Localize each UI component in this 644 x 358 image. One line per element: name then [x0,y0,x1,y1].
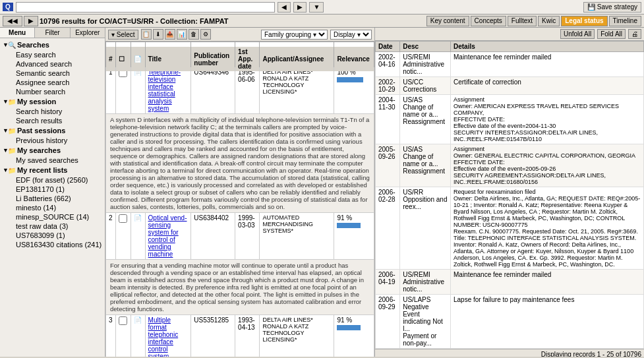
patent-link-2[interactable]: Optical vend-sensing system for control … [148,214,187,258]
select-button[interactable]: ▾ Select [108,30,138,40]
recent-lists-icon: 📁 [8,167,16,174]
legal-desc-1: US/CCCorrections [400,77,451,95]
legal-desc-4: US/RROpposition and reex... [400,187,451,270]
tri-past-sessions: ▼ [3,127,8,134]
advanced-search-item[interactable]: Advanced search [5,59,105,69]
recent-us8163430-item[interactable]: US8163430 citations (241) [5,240,105,249]
legal-desc-3: US/ASChange of name or a...Reassignment [400,144,451,187]
legal-desc-2: US/ASChange of name or a...Reassignment [400,95,451,144]
cell-check[interactable] [116,315,131,357]
tri-searches: ▼ [3,42,8,48]
section-past-sessions-label: Past sessions [17,127,65,134]
dropdown-button[interactable]: ▼ [309,2,324,13]
legal-details-5: Maintenance fee reminder mailed [450,270,643,295]
section-searches[interactable]: ▼ 🔍 Searches [0,40,105,50]
cell-title: Telephone-television interface statistic… [145,67,191,114]
my-saved-searches-item[interactable]: My saved searches [5,156,105,165]
col-check: ☐ [116,46,131,71]
legal-row: 2002-10-29 US/CCCorrections Certificate … [376,77,644,95]
table-row: 3 📄 Multiple format telephonic interface… [106,315,374,357]
section-my-searches[interactable]: ▼ 📁 My searches [0,145,105,156]
nav-left-button[interactable]: ◀◀ [3,16,22,26]
cell-applicant-3: DELTA AIR LINES* RONALD A KATZ TECHNOLOG… [260,315,334,357]
recent-edf-item[interactable]: EDF (for asset) (2560) [5,175,105,185]
legal-status-panel: Unfold All Fold All 🖨 Date Desc Details [375,28,644,357]
results-bar: ◀◀ ▶ 10796 results for CO/ACT=US/RR - Co… [0,15,644,28]
recent-test-raw-item[interactable]: test raw data (3) [5,222,105,231]
results-panel: ▾ Select 📋 ⬇ 📤 📊 🗑 ⚙ Family grouping ▾ [105,28,375,357]
legal-desc-0: US/REMIAdministrative notic... [400,52,451,77]
sidebar-tab-explorer[interactable]: Explorer [71,28,105,38]
print-btn[interactable]: 🖨 [628,29,641,39]
semantic-search-item[interactable]: Semantic search [5,69,105,78]
display-select[interactable]: Display ▾ [330,30,372,40]
settings-icon-btn[interactable]: ⚙ [200,29,211,40]
tab-concepts[interactable]: Concepts [471,16,506,26]
past-sessions-group: Previous history [0,136,105,145]
cell-date-1: 1995-06-06 [235,67,260,114]
tab-legal-status[interactable]: Legal status [561,16,607,26]
legal-date-3: 2005-09-26 [376,144,400,187]
cell-check[interactable] [116,213,131,260]
cell-pub-number-1: US6449346 [191,67,235,114]
cell-title: Multiple format telephonic interface con… [145,315,191,357]
sidebar-tab-filter[interactable]: Filter [35,28,70,38]
abstract-text-2: For ensuring that a vending machine moto… [106,260,374,315]
nav-right-button[interactable]: ▶ [24,16,38,26]
cell-relevance-3: 91 % [334,315,374,357]
previous-history-item[interactable]: Previous history [5,136,105,145]
family-grouping-select[interactable]: Family grouping ▾ [261,30,328,40]
legal-date-2: 2004-11-30 [376,95,400,144]
legal-col-date: Date [376,42,400,52]
tab-key-content[interactable]: Key content [426,16,469,26]
table-header-row: # ☐ 📄 Title Publication number 1st App. … [106,42,374,67]
back-button[interactable]: ◀ [278,2,291,13]
search-results-item[interactable]: Search results [5,116,105,125]
assignee-search-item[interactable]: Assignee search [5,78,105,87]
section-my-recent-lists[interactable]: ▼ 📁 My recent lists [0,165,105,175]
legal-row: 2006-04-19 US/REMIAdministrative notic..… [376,270,644,295]
copy-icon-btn[interactable]: 📋 [141,29,152,40]
col-icon: 📄 [131,46,145,71]
legal-desc-6: US/LAPSNegativeEvent indicating Not l...… [400,295,451,349]
chart-icon-btn[interactable]: 📊 [177,29,187,40]
recent-ep1381170-item[interactable]: EP1381170 (1) [5,185,105,194]
recent-minesp-item[interactable]: minesp_SOURCE (14) [5,212,105,222]
legal-date-0: 2002-04-16 [376,52,400,77]
delete-icon-btn[interactable]: 🗑 [189,29,199,40]
sidebar-tab-menu[interactable]: Menu [0,28,35,38]
tab-fulltext[interactable]: Fulltext [508,16,537,26]
section-my-session[interactable]: ▼ 📁 My session [0,96,105,107]
tri-recent-lists: ▼ [3,167,8,173]
legal-desc-5: US/REMIAdministrative notic... [400,270,451,295]
col-num: # [106,46,116,71]
tab-timeline[interactable]: Timeline [609,16,641,26]
legal-col-details: Details [450,42,643,52]
export-icon-btn[interactable]: 📤 [165,29,175,40]
recent-minesto-item[interactable]: minesto (14) [5,203,105,212]
unfold-all-btn[interactable]: Unfold All [560,29,595,39]
cell-date-3: 1993-04-13 [235,315,260,357]
section-past-sessions[interactable]: ▼ 📁 Past sessions [0,125,105,136]
save-strategy-button[interactable]: 💾 Save strategy [583,2,641,13]
forward-button[interactable]: ▶ [293,2,307,13]
fold-all-btn[interactable]: Fold All [597,29,626,39]
patent-link-1[interactable]: Telephone-television interface statistic… [148,69,181,112]
easy-search-item[interactable]: Easy search [5,50,105,59]
tri-my-searches: ▼ [3,147,8,154]
recent-li-batteries-item[interactable]: Li Batteries (662) [5,194,105,203]
tab-kwic[interactable]: Kwic [538,16,560,26]
tri-my-session: ▼ [3,98,8,105]
patent-link-3[interactable]: Multiple format telephonic interface con… [148,316,179,357]
search-path-input[interactable]: CO/ACT=US/RR [16,2,276,13]
recent-us7683099-item[interactable]: US7683099 (1) [5,231,105,240]
table-row: 2 📄 Optical vend-sensing system for cont… [106,213,374,260]
cell-icon: 📄 [131,213,145,260]
legal-date-6: 2006-09-29 [376,295,400,349]
family-bar: ▾ Select 📋 ⬇ 📤 📊 🗑 ⚙ Family grouping ▾ [105,28,374,42]
number-search-item[interactable]: Number search [5,87,105,96]
search-history-item[interactable]: Search history [5,107,105,116]
section-my-searches-label: My searches [17,146,61,154]
cell-check[interactable] [116,67,131,114]
download-icon-btn[interactable]: ⬇ [153,29,163,40]
